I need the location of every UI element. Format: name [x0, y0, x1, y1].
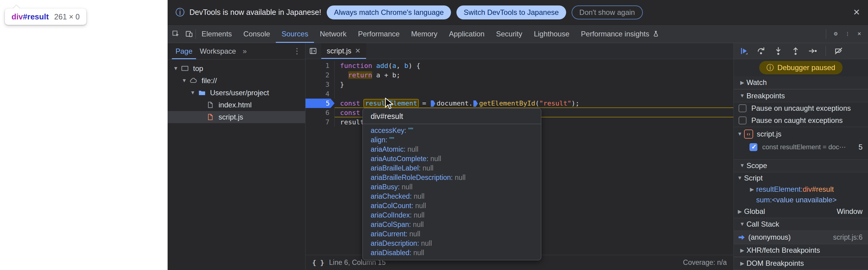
navigator-tab-bar: Page Workspace » ⋮ [167, 43, 305, 59]
code-token [360, 99, 364, 107]
popover-property-row: ariaBrailleRoleDescription: null [363, 173, 541, 182]
line-number[interactable]: 4 [306, 89, 335, 98]
property-value: null [407, 145, 418, 153]
more-tabs-icon[interactable]: » [243, 47, 247, 56]
call-stack-frame-row[interactable]: (anonymous) script.js:6 [734, 231, 868, 244]
property-key: ariaBrailleLabel: [371, 164, 423, 172]
line-number[interactable]: 1 [306, 61, 335, 70]
scope-script-group[interactable]: ▼ Script [734, 172, 868, 184]
device-toolbar-icon[interactable] [185, 30, 193, 38]
tree-item-index-html[interactable]: index.html [167, 99, 305, 111]
tree-item-top[interactable]: ▼top [167, 62, 305, 74]
language-infobar: ⓘ DevTools is now available in Japanese!… [167, 0, 868, 25]
section-scope[interactable]: ▼ Scope [734, 159, 868, 172]
breakpoint-checkbox[interactable] [749, 143, 757, 151]
step-icon[interactable] [808, 47, 817, 56]
pause-caught-checkbox[interactable] [739, 117, 746, 124]
dont-show-again-button[interactable]: Don't show again [571, 5, 643, 20]
chevron-down-icon[interactable]: ▼ [180, 78, 188, 84]
tab-application[interactable]: Application [443, 25, 490, 43]
scope-var-value-id: #result [812, 185, 834, 193]
code-line-content[interactable] [335, 89, 734, 98]
execution-line-marker[interactable]: 5 [306, 98, 335, 108]
tab-security[interactable]: Security [490, 25, 528, 43]
property-value: null [402, 183, 412, 191]
pause-uncaught-checkbox[interactable] [739, 104, 746, 112]
code-line-content[interactable]: } [335, 80, 734, 89]
section-breakpoints[interactable]: ▼ Breakpoints [734, 89, 868, 102]
section-dom-breakpoints[interactable]: ▶ DOM Breakpoints [734, 257, 868, 270]
section-watch[interactable]: ▶ Watch [734, 76, 868, 89]
code-line-content[interactable]: return a + b; [335, 70, 734, 80]
browser-page-background: div#result 261 × 0 [0, 0, 167, 270]
breakpoint-line-number: 5 [859, 143, 868, 151]
editor-tab-close-icon[interactable]: ✕ [355, 47, 360, 55]
chevron-down-icon[interactable]: ▼ [172, 65, 180, 71]
editor-tab-strip: script.js ✕ [306, 43, 734, 59]
tab-sources[interactable]: Sources [276, 25, 314, 43]
section-xhr-breakpoints[interactable]: ▶ XHR/fetch Breakpoints [734, 244, 868, 257]
step-into-icon[interactable] [774, 47, 783, 56]
more-options-icon[interactable]: ⋮ [845, 32, 850, 36]
tree-item-script-js[interactable]: script.js [167, 111, 305, 123]
line-number[interactable]: 6 [306, 108, 335, 117]
pretty-print-icon[interactable]: { } [312, 259, 324, 266]
continue-to-here-marker-icon[interactable] [431, 100, 435, 107]
code-token [340, 71, 348, 79]
tree-item-file-[interactable]: ▼file:// [167, 74, 305, 87]
tab-performance[interactable]: Performance [352, 25, 405, 43]
navigator-menu-icon[interactable]: ⋮ [293, 47, 301, 56]
match-chrome-language-button[interactable]: Always match Chrome's language [327, 5, 451, 20]
paused-message-area: ⓘ Debugger paused [734, 59, 868, 76]
navigator-tab-workspace[interactable]: Workspace [196, 43, 240, 59]
property-value: "" [408, 126, 413, 134]
pause-uncaught-row[interactable]: Pause on uncaught exceptions [734, 102, 868, 114]
breakpoint-file-group[interactable]: ▼ ‹› script.js [734, 127, 868, 141]
property-key: ariaBusy: [371, 183, 402, 191]
resume-script-icon[interactable] [739, 47, 748, 56]
chevron-right-icon: ▶ [736, 208, 744, 215]
chevron-down-icon: ▼ [736, 131, 744, 137]
popover-property-row: ariaBusy: null [363, 182, 541, 192]
switch-devtools-japanese-button[interactable]: Switch DevTools to Japanese [457, 5, 566, 20]
tab-lighthouse[interactable]: Lighthouse [528, 25, 575, 43]
breakpoint-entry-row[interactable]: const resultElement = doc⋯ 5 [734, 141, 868, 154]
code-line-content[interactable]: function add(a, b) { [335, 61, 734, 70]
section-call-stack[interactable]: ▼ Call Stack [734, 218, 868, 231]
code-token: document. [436, 99, 472, 107]
settings-gear-icon[interactable]: ⚙ [833, 32, 838, 36]
tab-memory[interactable]: Memory [405, 25, 443, 43]
dom-breakpoints-label: DOM Breakpoints [746, 259, 804, 268]
devtools-close-icon[interactable]: ✕ [858, 32, 861, 36]
continue-to-here-marker-icon[interactable] [473, 100, 478, 107]
tab-network[interactable]: Network [314, 25, 352, 43]
property-key: ariaAutoComplete: [371, 155, 430, 162]
tab-console[interactable]: Console [238, 25, 276, 43]
scope-global-group[interactable]: ▶ Global Window [734, 205, 868, 218]
deactivate-breakpoints-icon[interactable] [834, 47, 843, 56]
tab-label: Application [449, 30, 484, 38]
inspect-element-icon[interactable] [172, 30, 180, 38]
popover-property-row: ariaDisabled: null [363, 248, 541, 258]
step-over-icon[interactable] [756, 47, 766, 56]
infobar-close-icon[interactable]: ✕ [853, 7, 860, 17]
tab-performance-insights[interactable]: Performance insights [575, 25, 665, 43]
editor-tab-scriptjs[interactable]: script.js ✕ [321, 43, 366, 59]
chevron-down-icon[interactable]: ▼ [189, 90, 197, 96]
navigator-toggle-icon[interactable] [309, 47, 317, 55]
pause-caught-row[interactable]: Pause on caught exceptions [734, 114, 868, 127]
navigator-tab-page[interactable]: Page [172, 43, 196, 59]
scope-separator: : [770, 196, 772, 204]
breakpoint-snippet: const resultElement = doc⋯ [762, 143, 846, 151]
tree-item-users-user-project[interactable]: ▼Users/user/project [167, 87, 305, 99]
scope-separator: : [801, 185, 803, 193]
line-number[interactable]: 2 [306, 70, 335, 80]
step-out-icon[interactable] [791, 47, 800, 56]
scope-var-resultelement[interactable]: ▶ resultElement: div#result [734, 184, 868, 195]
line-number[interactable]: 7 [306, 117, 335, 127]
property-key: ariaColIndex: [371, 211, 414, 219]
chevron-right-icon: ▶ [738, 260, 746, 267]
line-number[interactable]: 3 [306, 80, 335, 89]
tab-elements[interactable]: Elements [196, 25, 238, 43]
tab-label: Security [496, 30, 523, 38]
